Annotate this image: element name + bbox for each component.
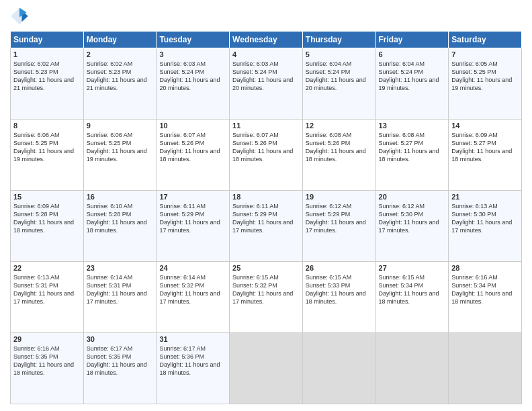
day-number: 31 — [159, 335, 226, 343]
day-info: Sunrise: 6:08 AMSunset: 5:26 PMDaylight:… — [306, 132, 366, 163]
calendar-cell: 1Sunrise: 6:02 AMSunset: 5:23 PMDaylight… — [11, 48, 84, 120]
calendar-cell: 19Sunrise: 6:12 AMSunset: 5:29 PMDayligh… — [302, 191, 375, 262]
day-info: Sunrise: 6:11 AMSunset: 5:29 PMDaylight:… — [232, 203, 293, 234]
day-number: 7 — [451, 50, 519, 58]
day-number: 2 — [87, 50, 154, 58]
day-of-week-saturday: Saturday — [449, 32, 522, 48]
day-info: Sunrise: 6:07 AMSunset: 5:26 PMDaylight:… — [232, 132, 293, 163]
day-number: 20 — [379, 193, 446, 201]
calendar-cell — [230, 333, 303, 404]
calendar-cell: 26Sunrise: 6:15 AMSunset: 5:33 PMDayligh… — [302, 262, 375, 333]
day-info: Sunrise: 6:08 AMSunset: 5:27 PMDaylight:… — [379, 132, 439, 163]
calendar-cell: 28Sunrise: 6:16 AMSunset: 5:34 PMDayligh… — [449, 262, 522, 333]
calendar-header: SundayMondayTuesdayWednesdayThursdayFrid… — [11, 32, 522, 48]
week-row-1: 1Sunrise: 6:02 AMSunset: 5:23 PMDaylight… — [11, 48, 522, 120]
day-of-week-wednesday: Wednesday — [230, 32, 303, 48]
calendar-cell: 15Sunrise: 6:09 AMSunset: 5:28 PMDayligh… — [11, 191, 84, 262]
calendar-cell: 30Sunrise: 6:17 AMSunset: 5:35 PMDayligh… — [83, 333, 157, 404]
day-number: 23 — [87, 264, 154, 272]
calendar-body: 1Sunrise: 6:02 AMSunset: 5:23 PMDaylight… — [11, 48, 522, 404]
day-number: 9 — [87, 122, 154, 130]
day-info: Sunrise: 6:15 AMSunset: 5:33 PMDaylight:… — [306, 274, 366, 305]
day-info: Sunrise: 6:06 AMSunset: 5:25 PMDaylight:… — [87, 132, 147, 163]
day-info: Sunrise: 6:15 AMSunset: 5:32 PMDaylight:… — [232, 274, 293, 305]
day-info: Sunrise: 6:15 AMSunset: 5:34 PMDaylight:… — [379, 274, 439, 305]
calendar-cell: 8Sunrise: 6:06 AMSunset: 5:25 PMDaylight… — [11, 120, 84, 191]
calendar-cell: 27Sunrise: 6:15 AMSunset: 5:34 PMDayligh… — [375, 262, 449, 333]
calendar-cell: 14Sunrise: 6:09 AMSunset: 5:27 PMDayligh… — [449, 120, 522, 191]
day-info: Sunrise: 6:14 AMSunset: 5:32 PMDaylight:… — [159, 274, 220, 305]
day-number: 26 — [306, 264, 373, 272]
day-number: 4 — [232, 50, 300, 58]
day-number: 11 — [232, 122, 300, 130]
day-info: Sunrise: 6:07 AMSunset: 5:26 PMDaylight:… — [159, 132, 220, 163]
calendar-cell: 11Sunrise: 6:07 AMSunset: 5:26 PMDayligh… — [230, 120, 303, 191]
day-info: Sunrise: 6:02 AMSunset: 5:23 PMDaylight:… — [13, 60, 74, 91]
calendar-cell: 21Sunrise: 6:13 AMSunset: 5:30 PMDayligh… — [449, 191, 522, 262]
day-number: 30 — [87, 335, 154, 343]
header — [10, 7, 522, 26]
day-info: Sunrise: 6:12 AMSunset: 5:30 PMDaylight:… — [379, 203, 439, 234]
day-info: Sunrise: 6:03 AMSunset: 5:24 PMDaylight:… — [159, 60, 220, 91]
calendar-cell: 9Sunrise: 6:06 AMSunset: 5:25 PMDaylight… — [83, 120, 157, 191]
calendar-cell: 20Sunrise: 6:12 AMSunset: 5:30 PMDayligh… — [375, 191, 449, 262]
day-number: 27 — [379, 264, 446, 272]
day-number: 12 — [306, 122, 373, 130]
calendar-cell: 6Sunrise: 6:04 AMSunset: 5:24 PMDaylight… — [375, 48, 449, 120]
calendar-cell — [449, 333, 522, 404]
calendar-cell: 29Sunrise: 6:16 AMSunset: 5:35 PMDayligh… — [11, 333, 84, 404]
day-number: 15 — [13, 193, 81, 201]
days-row: SundayMondayTuesdayWednesdayThursdayFrid… — [11, 32, 522, 48]
day-number: 18 — [232, 193, 300, 201]
day-info: Sunrise: 6:13 AMSunset: 5:30 PMDaylight:… — [451, 203, 512, 234]
day-of-week-monday: Monday — [83, 32, 157, 48]
day-info: Sunrise: 6:13 AMSunset: 5:31 PMDaylight:… — [13, 274, 74, 305]
logo-icon — [10, 7, 29, 26]
calendar-cell — [302, 333, 375, 404]
day-info: Sunrise: 6:04 AMSunset: 5:24 PMDaylight:… — [306, 60, 366, 91]
day-info: Sunrise: 6:11 AMSunset: 5:29 PMDaylight:… — [159, 203, 220, 234]
day-of-week-tuesday: Tuesday — [157, 32, 230, 48]
day-info: Sunrise: 6:05 AMSunset: 5:25 PMDaylight:… — [451, 60, 512, 91]
week-row-5: 29Sunrise: 6:16 AMSunset: 5:35 PMDayligh… — [11, 333, 522, 404]
logo — [10, 7, 32, 26]
day-info: Sunrise: 6:12 AMSunset: 5:29 PMDaylight:… — [306, 203, 366, 234]
day-number: 25 — [232, 264, 300, 272]
calendar-cell: 3Sunrise: 6:03 AMSunset: 5:24 PMDaylight… — [157, 48, 230, 120]
day-info: Sunrise: 6:14 AMSunset: 5:31 PMDaylight:… — [87, 274, 147, 305]
day-info: Sunrise: 6:06 AMSunset: 5:25 PMDaylight:… — [13, 132, 74, 163]
day-info: Sunrise: 6:10 AMSunset: 5:28 PMDaylight:… — [87, 203, 147, 234]
day-of-week-thursday: Thursday — [302, 32, 375, 48]
day-info: Sunrise: 6:16 AMSunset: 5:35 PMDaylight:… — [13, 345, 74, 376]
calendar-cell: 7Sunrise: 6:05 AMSunset: 5:25 PMDaylight… — [449, 48, 522, 120]
calendar-cell: 5Sunrise: 6:04 AMSunset: 5:24 PMDaylight… — [302, 48, 375, 120]
day-of-week-sunday: Sunday — [11, 32, 84, 48]
calendar-cell: 18Sunrise: 6:11 AMSunset: 5:29 PMDayligh… — [230, 191, 303, 262]
day-number: 28 — [451, 264, 519, 272]
calendar-cell: 13Sunrise: 6:08 AMSunset: 5:27 PMDayligh… — [375, 120, 449, 191]
calendar-cell: 31Sunrise: 6:17 AMSunset: 5:36 PMDayligh… — [157, 333, 230, 404]
day-number: 16 — [87, 193, 154, 201]
week-row-4: 22Sunrise: 6:13 AMSunset: 5:31 PMDayligh… — [11, 262, 522, 333]
day-number: 19 — [306, 193, 373, 201]
day-info: Sunrise: 6:17 AMSunset: 5:36 PMDaylight:… — [159, 345, 220, 376]
day-info: Sunrise: 6:17 AMSunset: 5:35 PMDaylight:… — [87, 345, 147, 376]
calendar-cell: 12Sunrise: 6:08 AMSunset: 5:26 PMDayligh… — [302, 120, 375, 191]
day-info: Sunrise: 6:09 AMSunset: 5:28 PMDaylight:… — [13, 203, 74, 234]
day-of-week-friday: Friday — [375, 32, 449, 48]
calendar-cell: 2Sunrise: 6:02 AMSunset: 5:23 PMDaylight… — [83, 48, 157, 120]
day-number: 8 — [13, 122, 81, 130]
day-number: 10 — [159, 122, 226, 130]
calendar-cell: 25Sunrise: 6:15 AMSunset: 5:32 PMDayligh… — [230, 262, 303, 333]
calendar-cell: 17Sunrise: 6:11 AMSunset: 5:29 PMDayligh… — [157, 191, 230, 262]
day-number: 14 — [451, 122, 519, 130]
day-number: 29 — [13, 335, 81, 343]
calendar-cell: 22Sunrise: 6:13 AMSunset: 5:31 PMDayligh… — [11, 262, 84, 333]
page: SundayMondayTuesdayWednesdayThursdayFrid… — [0, 0, 532, 411]
day-number: 13 — [379, 122, 446, 130]
day-number: 22 — [13, 264, 81, 272]
day-info: Sunrise: 6:04 AMSunset: 5:24 PMDaylight:… — [379, 60, 439, 91]
day-number: 6 — [379, 50, 446, 58]
week-row-3: 15Sunrise: 6:09 AMSunset: 5:28 PMDayligh… — [11, 191, 522, 262]
day-info: Sunrise: 6:09 AMSunset: 5:27 PMDaylight:… — [451, 132, 512, 163]
